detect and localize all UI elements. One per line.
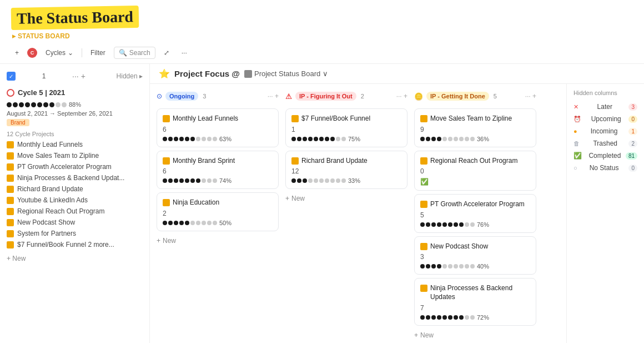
sidebar-project-item[interactable]: Move Sales Team to Zipline — [0, 150, 149, 161]
col-actions-ip-figuring[interactable]: ··· + — [396, 92, 407, 100]
empty-dot — [465, 222, 469, 227]
more-button[interactable]: ··· — [178, 47, 191, 58]
chevron-down-icon: ⌄ — [68, 49, 73, 57]
filled-dot — [163, 221, 167, 225]
kanban-card[interactable]: Monthly Lead Funnels 6 63% — [157, 108, 279, 147]
add-card-btn-ongoing[interactable]: +New — [157, 235, 279, 247]
dot-7 — [43, 102, 48, 107]
board-name-button[interactable]: Project Status Board ∨ — [244, 69, 328, 78]
kanban-card[interactable]: PT Growth Accelerator Program 5 76% — [414, 194, 536, 233]
card-num: 7 — [420, 304, 530, 312]
sidebar-project-item[interactable]: PT Growth Accelerator Program — [0, 161, 149, 172]
more-dots-icon[interactable]: ··· — [72, 72, 79, 81]
empty-dot — [213, 178, 217, 183]
filter-label: Filter — [90, 49, 105, 57]
card-progress-row: 40% — [420, 263, 530, 270]
sidebar-new-button[interactable]: + New — [0, 252, 149, 265]
hidden-col-icon: ⏰ — [573, 115, 581, 123]
hidden-col-count: 1 — [628, 128, 637, 135]
kanban-card[interactable]: New Podcast Show 3 40% — [414, 236, 536, 275]
sidebar-count: 1 — [42, 72, 46, 80]
sidebar-check[interactable]: ✓ — [7, 72, 16, 81]
kanban-card[interactable]: Monthly Brand Sprint 6 74% — [157, 151, 279, 190]
card-title-row: Monthly Lead Funnels — [163, 115, 273, 123]
sidebar-project-item[interactable]: Monthly Lead Funnels — [0, 139, 149, 150]
sidebar-project-item[interactable]: System for Partners — [0, 228, 149, 239]
col-actions-ongoing[interactable]: ··· + — [268, 92, 279, 100]
add-card-btn-ip-figuring[interactable]: +New — [285, 192, 407, 205]
empty-dot — [202, 178, 206, 183]
project-name: Regional Reach Out Program — [17, 207, 104, 215]
hidden-col-item[interactable]: ⏰ Upcoming 0 — [573, 113, 637, 125]
hidden-col-item[interactable]: ✕ Later 3 — [573, 101, 637, 113]
card-title-row: New Podcast Show — [420, 242, 530, 251]
dot-4 — [25, 102, 30, 107]
cycles-button[interactable]: Cycles ⌄ — [42, 47, 77, 58]
col-badge-ip-figuring: IP - Figuring It Out — [295, 92, 356, 101]
hidden-col-icon: ○ — [573, 164, 577, 172]
hidden-col-item[interactable]: 🗑 Trashed 2 — [573, 137, 637, 150]
empty-dot — [308, 178, 313, 183]
col-actions-ip-getting[interactable]: ··· + — [525, 92, 536, 100]
project-name: Ninja Processes & Backend Updat... — [17, 174, 124, 182]
kanban-card[interactable]: Ninja Processes & Backend Updates 7 72% — [414, 278, 536, 325]
sidebar-project-item[interactable]: Ninja Processes & Backend Updat... — [0, 172, 149, 183]
empty-dot — [190, 221, 195, 225]
sidebar-project-item[interactable]: $7 Funnel/Book Funnel 2 more... — [0, 239, 149, 250]
hidden-col-item[interactable]: ● Incoming 1 — [573, 125, 637, 137]
sidebar-project-item[interactable]: Youtube & LinkedIn Ads — [0, 195, 149, 206]
projects-label: 12 Cycle Projects — [0, 127, 149, 139]
sidebar-project-item[interactable]: Regional Reach Out Program — [0, 206, 149, 217]
empty-dot — [336, 137, 340, 141]
filter-button[interactable]: Filter — [87, 47, 109, 58]
card-num: 2 — [163, 210, 273, 217]
kanban-card[interactable]: Richard Brand Update 12 33% — [285, 151, 407, 190]
card-pct: 76% — [477, 221, 489, 228]
add-card-btn-ip-getting[interactable]: +New — [414, 329, 536, 341]
card-num: 12 — [291, 167, 401, 175]
getting-icon: 🪙 — [414, 92, 423, 101]
filled-dot — [314, 137, 318, 141]
filled-dot — [454, 315, 458, 320]
kanban-card[interactable]: Move Sales Team to Zipline 9 36% — [414, 108, 536, 147]
card-project-icon — [163, 115, 170, 122]
filled-dot — [308, 137, 313, 141]
card-project-icon — [163, 199, 170, 206]
hidden-col-item[interactable]: ✅ Completed 81 — [573, 150, 637, 162]
filled-dot — [330, 137, 335, 141]
cycle-title[interactable]: Cycle 5 | 2021 — [18, 88, 65, 97]
kanban-card[interactable]: $7 Funnel/Book Funnel 1 75% — [285, 108, 407, 147]
empty-dot — [442, 264, 447, 269]
brand-badge[interactable]: Brand — [7, 119, 29, 126]
sidebar-project-item[interactable]: Richard Brand Update — [0, 183, 149, 195]
project-focus-label: Project Focus @ — [174, 69, 240, 78]
filled-dot — [448, 222, 452, 227]
card-title: Ninja Processes & Backend Updates — [430, 284, 530, 301]
circle-icon: ○ — [573, 165, 577, 171]
hidden-col-item[interactable]: ○ No Status 0 — [573, 162, 637, 174]
breadcrumb-label[interactable]: STATUS BOARD — [18, 32, 70, 40]
card-title-row: PT Growth Accelerator Program — [420, 200, 530, 209]
col-header-ongoing: ⊙ Ongoing 3 ··· + — [157, 90, 279, 103]
dot-3 — [19, 102, 24, 107]
kanban-card[interactable]: Regional Reach Out Program 0 ✅ — [414, 151, 536, 191]
sidebar-add-icon[interactable]: + — [81, 72, 85, 81]
filled-dot — [420, 315, 425, 320]
kanban-card[interactable]: Ninja Education 2 50% — [157, 192, 279, 231]
filled-dot — [168, 178, 173, 183]
empty-dot — [207, 178, 212, 183]
sidebar: ✓ 1 ··· + Hidden ▸ Cycle 5 | 2021 — [0, 64, 150, 343]
card-pct: 36% — [477, 136, 489, 142]
cycle-status-icon — [7, 89, 14, 97]
filled-dot — [459, 315, 464, 320]
expand-button[interactable]: ⤢ — [160, 47, 173, 58]
board-chevron-icon: ∨ — [323, 69, 328, 78]
search-box[interactable]: 🔍 Search — [114, 47, 155, 59]
sidebar-project-item[interactable]: New Podcast Show — [0, 217, 149, 228]
add-button[interactable]: + — [11, 47, 23, 58]
progress-dots — [7, 102, 67, 107]
filled-dot — [303, 137, 307, 141]
add-icon: + — [157, 237, 160, 245]
filled-dot — [420, 222, 425, 227]
empty-dot — [465, 315, 469, 320]
